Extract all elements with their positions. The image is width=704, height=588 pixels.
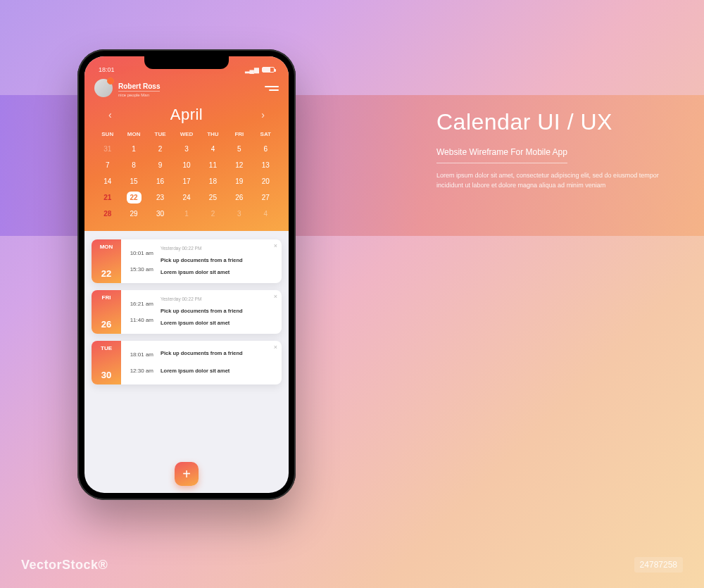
app-screen: 18:01 ▂▄▆ Robert Ross nice people Man ‹ (84, 56, 289, 493)
promo-text: Calendar UI / UX Website Wireframe For M… (436, 109, 676, 191)
calendar-day[interactable]: 19 (226, 174, 252, 189)
event-body: Yesterday 00:22 PMPick up documents from… (158, 290, 282, 334)
calendar-day[interactable]: 4 (200, 142, 226, 156)
menu-icon[interactable] (262, 86, 279, 91)
avatar[interactable] (94, 79, 113, 97)
battery-icon (262, 67, 275, 73)
calendar-day[interactable]: 17 (173, 174, 199, 189)
event-card[interactable]: MON2210:01 am15:30 amYesterday 00:22 PMP… (92, 239, 282, 283)
profile-row: Robert Ross nice people Man (94, 79, 279, 97)
profile-info: Robert Ross nice people Man (118, 79, 256, 97)
calendar-grid: 3112345678910111213141516171819202122232… (94, 142, 279, 221)
weekday-label: MON (120, 131, 146, 137)
calendar-day[interactable]: 2 (147, 142, 173, 156)
calendar-day[interactable]: 27 (253, 190, 279, 205)
calendar-day[interactable]: 14 (94, 174, 120, 189)
calendar-day[interactable]: 6 (253, 142, 279, 156)
event-date-badge: MON22 (92, 239, 121, 283)
prev-month-button[interactable]: ‹ (108, 109, 112, 120)
phone-frame: 18:01 ▂▄▆ Robert Ross nice people Man ‹ (77, 49, 296, 500)
notification-badge-icon (107, 77, 114, 85)
close-icon[interactable]: × (274, 242, 277, 249)
calendar-day[interactable]: 4 (253, 206, 279, 221)
event-body: Pick up documents from a friendLorem ips… (158, 341, 282, 384)
calendar-day[interactable]: 3 (226, 206, 252, 221)
event-card[interactable]: FRI2616:21 am11:40 amYesterday 00:22 PMP… (92, 290, 282, 334)
calendar-day[interactable]: 9 (147, 158, 173, 173)
calendar-day[interactable]: 3 (173, 142, 199, 156)
calendar-day[interactable]: 11 (200, 158, 226, 173)
calendar-day[interactable]: 25 (200, 190, 226, 205)
promo-title: Calendar UI / UX (436, 109, 676, 135)
calendar-day[interactable]: 16 (147, 174, 173, 189)
status-time: 18:01 (99, 66, 115, 73)
calendar-day[interactable]: 29 (120, 206, 146, 221)
weekday-label: WED (173, 131, 199, 137)
calendar-day[interactable]: 5 (226, 142, 252, 156)
watermark: VectorStock® (21, 558, 108, 573)
image-number: 24787258 (634, 557, 683, 573)
weekday-row: SUNMONTUEWEDTHUFRISAT (94, 131, 279, 137)
profile-name: Robert Ross (118, 82, 160, 92)
weekday-label: TUE (147, 131, 173, 137)
calendar-day[interactable]: 22 (120, 190, 146, 205)
calendar-day[interactable]: 10 (173, 158, 199, 173)
calendar-day[interactable]: 23 (147, 190, 173, 205)
calendar-day[interactable]: 8 (120, 158, 146, 173)
weekday-label: THU (200, 131, 226, 137)
calendar-day[interactable]: 13 (253, 158, 279, 173)
event-card[interactable]: TUE3018:01 am12:30 amPick up documents f… (92, 341, 282, 384)
calendar-day[interactable]: 28 (94, 206, 120, 221)
events-list: MON2210:01 am15:30 amYesterday 00:22 PMP… (84, 231, 289, 393)
event-date-badge: FRI26 (92, 290, 121, 334)
status-right: ▂▄▆ (245, 66, 275, 73)
calendar-day[interactable]: 31 (94, 142, 120, 156)
event-date-badge: TUE30 (92, 341, 121, 384)
calendar-day[interactable]: 21 (94, 190, 120, 205)
calendar-day[interactable]: 26 (226, 190, 252, 205)
calendar-header: 18:01 ▂▄▆ Robert Ross nice people Man ‹ (84, 56, 289, 231)
event-times: 16:21 am11:40 am (121, 290, 158, 334)
weekday-label: SUN (94, 131, 120, 137)
calendar-day[interactable]: 20 (253, 174, 279, 189)
profile-subtitle: nice people Man (118, 93, 256, 97)
month-navigation: ‹ April › (94, 101, 279, 131)
calendar-day[interactable]: 30 (147, 206, 173, 221)
promo-subtitle: Website Wireframe For Mobile App (436, 147, 567, 163)
calendar-day[interactable]: 24 (173, 190, 199, 205)
month-title: April (170, 106, 203, 124)
weekday-label: SAT (253, 131, 279, 137)
calendar-day[interactable]: 12 (226, 158, 252, 173)
next-month-button[interactable]: › (261, 109, 265, 120)
phone-notch (144, 56, 229, 69)
calendar-day[interactable]: 2 (200, 206, 226, 221)
close-icon[interactable]: × (274, 344, 277, 351)
calendar-day[interactable]: 7 (94, 158, 120, 173)
event-times: 10:01 am15:30 am (121, 239, 158, 283)
signal-icon: ▂▄▆ (245, 66, 259, 73)
calendar-day[interactable]: 1 (173, 206, 199, 221)
weekday-label: FRI (226, 131, 252, 137)
calendar-day[interactable]: 18 (200, 174, 226, 189)
plus-icon: + (182, 466, 191, 482)
event-body: Yesterday 00:22 PMPick up documents from… (158, 239, 282, 283)
close-icon[interactable]: × (274, 293, 277, 300)
calendar-day[interactable]: 15 (120, 174, 146, 189)
add-event-button[interactable]: + (175, 462, 199, 486)
calendar-day[interactable]: 1 (120, 142, 146, 156)
promo-body: Lorem ipsum dolor sit amet, consectetur … (436, 170, 676, 191)
event-times: 18:01 am12:30 am (121, 341, 158, 384)
